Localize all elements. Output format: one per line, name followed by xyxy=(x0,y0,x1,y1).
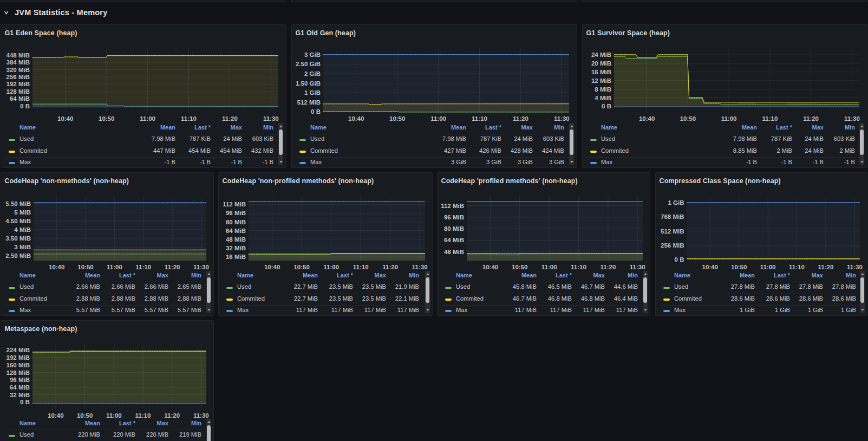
svg-text:1.50 GiB: 1.50 GiB xyxy=(296,80,321,87)
svg-text:512 MiB: 512 MiB xyxy=(297,99,321,106)
svg-text:11:20: 11:20 xyxy=(382,264,398,270)
svg-text:96 MiB: 96 MiB xyxy=(226,210,246,216)
svg-text:11:10: 11:10 xyxy=(789,264,805,270)
svg-text:8 MiB: 8 MiB xyxy=(595,86,611,93)
svg-text:2.50 MiB: 2.50 MiB xyxy=(5,252,31,259)
svg-text:3.50 MiB: 3.50 MiB xyxy=(5,235,31,242)
svg-text:11:10: 11:10 xyxy=(181,115,197,122)
svg-text:10:40: 10:40 xyxy=(348,115,364,122)
svg-text:0 B: 0 B xyxy=(602,103,611,109)
svg-text:256 MiB: 256 MiB xyxy=(6,74,30,80)
svg-text:10:40: 10:40 xyxy=(264,264,280,270)
svg-text:160 MiB: 160 MiB xyxy=(6,362,30,368)
svg-text:11:30: 11:30 xyxy=(412,264,428,270)
svg-text:64 MiB: 64 MiB xyxy=(10,384,30,391)
svg-text:10:40: 10:40 xyxy=(639,115,655,122)
svg-text:16 MiB: 16 MiB xyxy=(226,254,246,260)
svg-text:0 B: 0 B xyxy=(20,103,30,109)
svg-text:11:20: 11:20 xyxy=(222,115,238,122)
svg-text:11:20: 11:20 xyxy=(601,264,616,270)
svg-text:11:00: 11:00 xyxy=(140,115,155,122)
svg-text:11:30: 11:30 xyxy=(630,264,645,270)
svg-text:48 MiB: 48 MiB xyxy=(226,236,246,243)
svg-text:1 GiB: 1 GiB xyxy=(304,89,321,96)
svg-text:24 MiB: 24 MiB xyxy=(591,51,611,58)
svg-text:1 GiB: 1 GiB xyxy=(668,199,684,206)
svg-text:2 GiB: 2 GiB xyxy=(304,70,321,77)
svg-text:64 MiB: 64 MiB xyxy=(226,228,246,234)
svg-text:20 MiB: 20 MiB xyxy=(591,60,611,67)
svg-text:0 B: 0 B xyxy=(675,256,684,263)
svg-text:11:20: 11:20 xyxy=(818,264,834,270)
svg-text:11:10: 11:10 xyxy=(135,264,151,270)
svg-text:11:30: 11:30 xyxy=(193,412,209,419)
svg-text:11:10: 11:10 xyxy=(472,115,487,122)
svg-text:12 MiB: 12 MiB xyxy=(591,77,611,84)
svg-text:10:50: 10:50 xyxy=(77,264,93,270)
svg-text:192 MiB: 192 MiB xyxy=(6,81,30,87)
svg-text:10:40: 10:40 xyxy=(48,412,63,419)
svg-text:48 MiB: 48 MiB xyxy=(444,249,464,255)
svg-text:10:50: 10:50 xyxy=(512,264,527,270)
svg-text:448 MiB: 448 MiB xyxy=(6,52,30,59)
svg-text:11:00: 11:00 xyxy=(106,412,122,419)
svg-text:112 MiB: 112 MiB xyxy=(441,203,464,209)
svg-text:256 MiB: 256 MiB xyxy=(661,242,684,249)
svg-text:11:20: 11:20 xyxy=(803,115,819,122)
svg-text:64 MiB: 64 MiB xyxy=(10,95,30,102)
svg-text:10:50: 10:50 xyxy=(77,412,93,419)
svg-text:10:50: 10:50 xyxy=(99,115,114,122)
svg-text:11:00: 11:00 xyxy=(760,264,776,270)
svg-text:96 MiB: 96 MiB xyxy=(10,377,30,383)
svg-text:3 GiB: 3 GiB xyxy=(304,51,321,58)
svg-text:11:30: 11:30 xyxy=(554,115,570,122)
svg-text:11:00: 11:00 xyxy=(107,264,122,270)
svg-text:10:50: 10:50 xyxy=(293,264,309,270)
svg-text:10:50: 10:50 xyxy=(731,264,747,270)
svg-text:11:00: 11:00 xyxy=(323,264,339,270)
svg-text:4 MiB: 4 MiB xyxy=(595,95,611,101)
svg-text:16 MiB: 16 MiB xyxy=(591,69,611,75)
svg-text:32 MiB: 32 MiB xyxy=(226,245,246,251)
svg-text:11:10: 11:10 xyxy=(762,115,778,122)
svg-text:64 MiB: 64 MiB xyxy=(444,237,464,243)
svg-text:11:30: 11:30 xyxy=(193,264,209,270)
svg-text:11:10: 11:10 xyxy=(135,412,151,419)
svg-text:32 MiB: 32 MiB xyxy=(10,392,30,398)
svg-text:0 B: 0 B xyxy=(20,399,30,405)
svg-text:128 MiB: 128 MiB xyxy=(6,369,30,376)
svg-text:2.50 GiB: 2.50 GiB xyxy=(296,61,321,67)
svg-text:10:50: 10:50 xyxy=(389,115,405,122)
svg-text:11:10: 11:10 xyxy=(353,264,369,270)
svg-text:11:20: 11:20 xyxy=(165,264,180,270)
svg-text:80 MiB: 80 MiB xyxy=(226,219,246,225)
svg-text:112 MiB: 112 MiB xyxy=(223,201,246,207)
svg-text:10:40: 10:40 xyxy=(482,264,498,270)
svg-text:4 MiB: 4 MiB xyxy=(14,226,31,233)
svg-text:384 MiB: 384 MiB xyxy=(6,59,30,66)
svg-text:224 MiB: 224 MiB xyxy=(6,347,30,353)
svg-text:11:10: 11:10 xyxy=(571,264,586,270)
svg-text:11:00: 11:00 xyxy=(541,264,557,270)
svg-text:11:00: 11:00 xyxy=(430,115,446,122)
svg-text:0 B: 0 B xyxy=(311,108,321,115)
svg-text:11:30: 11:30 xyxy=(844,115,860,122)
svg-text:10:40: 10:40 xyxy=(49,264,64,270)
svg-text:80 MiB: 80 MiB xyxy=(444,225,464,232)
svg-text:320 MiB: 320 MiB xyxy=(6,67,30,73)
svg-text:10:50: 10:50 xyxy=(680,115,696,122)
svg-text:11:30: 11:30 xyxy=(263,115,279,122)
svg-text:5.50 MiB: 5.50 MiB xyxy=(5,200,31,207)
svg-text:11:30: 11:30 xyxy=(847,264,863,270)
svg-text:96 MiB: 96 MiB xyxy=(444,214,464,220)
svg-text:5 MiB: 5 MiB xyxy=(14,209,31,216)
svg-text:10:40: 10:40 xyxy=(57,115,73,122)
svg-text:4.50 MiB: 4.50 MiB xyxy=(5,218,31,224)
svg-text:192 MiB: 192 MiB xyxy=(6,354,30,361)
svg-text:11:20: 11:20 xyxy=(164,412,180,419)
svg-text:11:20: 11:20 xyxy=(513,115,528,122)
svg-text:512 MiB: 512 MiB xyxy=(661,228,684,235)
svg-text:128 MiB: 128 MiB xyxy=(6,88,30,95)
svg-text:3 MiB: 3 MiB xyxy=(14,244,31,250)
svg-text:11:00: 11:00 xyxy=(721,115,737,122)
